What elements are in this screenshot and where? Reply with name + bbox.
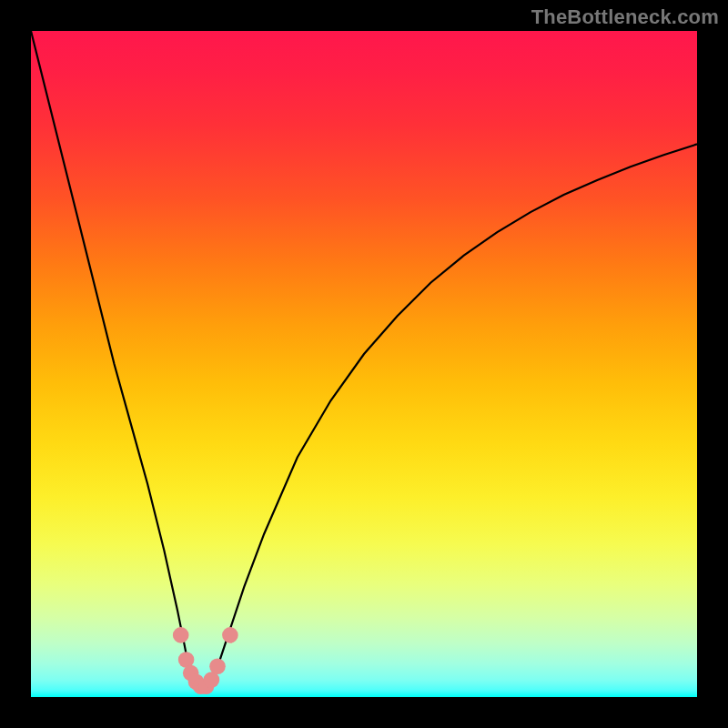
curve-markers bbox=[173, 627, 238, 694]
curve-svg bbox=[31, 31, 697, 697]
marker-8 bbox=[209, 659, 226, 675]
bottleneck-curve bbox=[31, 31, 697, 689]
marker-1 bbox=[173, 627, 189, 643]
marker-9 bbox=[222, 627, 238, 643]
plot-area bbox=[31, 31, 697, 697]
watermark: TheBottleneck.com bbox=[531, 5, 719, 29]
chart-container: TheBottleneck.com bbox=[0, 0, 728, 728]
